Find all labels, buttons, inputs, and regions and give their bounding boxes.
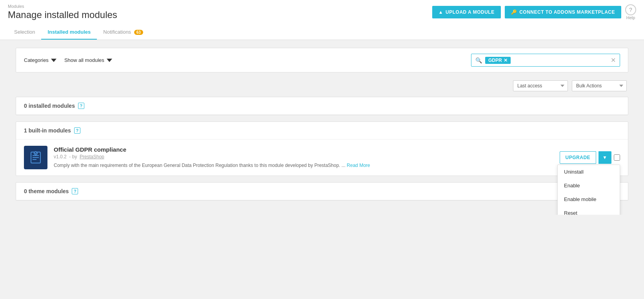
tab-notifications[interactable]: Notifications 63 [97,25,149,40]
notifications-badge: 63 [134,30,143,35]
header-top: Modules Manage installed modules ▲ UPLOA… [8,4,636,24]
built-in-modules-title: 1 built-in modules [24,127,71,134]
installed-modules-header: 0 installed modules ? [16,97,628,115]
tabs: Selection Installed modules Notification… [8,25,636,40]
bulk-actions-select[interactable]: Bulk Actions [572,80,627,91]
module-icon [24,146,47,169]
chevron-down-icon [51,58,56,63]
module-description: Comply with the main requirements of the… [54,162,553,169]
built-in-modules-header: 1 built-in modules ? [16,122,628,140]
dropdown-enable-mobile[interactable]: Enable mobile [558,192,620,206]
tab-selection[interactable]: Selection [8,25,41,40]
upgrade-button[interactable]: UPGRADE [560,151,597,164]
module-info: Official GDPR compliance v1.0.2 - by Pre… [54,146,553,169]
tab-installed-modules[interactable]: Installed modules [41,25,97,40]
module-dropdown-menu: Uninstall Enable Enable mobile Reset Con… [557,165,620,215]
svg-rect-3 [33,157,39,158]
header: Modules Manage installed modules ▲ UPLOA… [0,0,644,40]
theme-modules-header: 0 theme modules ? [16,183,628,200]
installed-modules-section: 0 installed modules ? [16,97,628,115]
title-area: Modules Manage installed modules [8,4,117,20]
module-actions: UPGRADE ▼ Uninstall Enable Enable mobile… [560,151,620,164]
installed-modules-title: 0 installed modules [24,103,75,109]
module-name: Official GDPR compliance [54,146,553,153]
arrow-down-icon: ▼ [602,155,607,160]
dropdown-reset[interactable]: Reset [558,206,620,215]
chevron-down-icon [107,58,112,63]
show-all-modules-filter[interactable]: Show all modules [64,57,112,63]
search-tag: GDPR ✕ [485,57,511,64]
svg-point-5 [34,152,37,155]
theme-modules-title: 0 theme modules [24,188,69,194]
read-more-link[interactable]: Read More [347,163,370,168]
theme-modules-help[interactable]: ? [72,188,78,194]
filters-left: Categories Show all modules [24,57,112,63]
module-author-link[interactable]: PrestaShop [80,154,104,159]
cloud-upload-icon: ▲ [438,9,443,15]
last-access-sort[interactable]: Last access [513,80,568,91]
module-row: Official GDPR compliance v1.0.2 - by Pre… [16,140,628,176]
built-in-modules-help[interactable]: ? [74,127,80,134]
module-checkbox[interactable] [614,154,620,161]
dropdown-uninstall[interactable]: Uninstall [558,165,620,179]
categories-filter[interactable]: Categories [24,57,56,63]
page-wrapper: Modules Manage installed modules ▲ UPLOA… [0,0,644,215]
sort-bar: Last access Bulk Actions [16,80,628,91]
module-version: v1.0.2 - by PrestaShop [54,154,553,159]
filters-bar: Categories Show all modules 🔍 GDPR ✕ ✕ [16,48,628,72]
upgrade-arrow-button[interactable]: ▼ [599,151,611,164]
connect-marketplace-button[interactable]: 🔑 CONNECT TO ADDONS MARKETPLACE [505,6,621,18]
search-icon: 🔍 [475,57,482,63]
dropdown-enable[interactable]: Enable [558,179,620,192]
installed-modules-help[interactable]: ? [78,103,84,109]
page-title: Manage installed modules [8,9,117,20]
search-clear-button[interactable]: ✕ [611,56,616,64]
header-buttons: ▲ UPLOAD A MODULE 🔑 CONNECT TO ADDONS MA… [432,4,636,20]
theme-modules-section: 0 theme modules ? [16,182,628,201]
upload-module-button[interactable]: ▲ UPLOAD A MODULE [432,6,501,18]
key-icon: 🔑 [511,9,517,15]
svg-rect-2 [33,155,39,156]
breadcrumb: Modules [8,4,117,9]
help-button[interactable]: ? Help [625,4,636,20]
search-bar: 🔍 GDPR ✕ ✕ [471,54,620,67]
search-tag-remove[interactable]: ✕ [504,58,508,63]
main-content: Categories Show all modules 🔍 GDPR ✕ ✕ [0,40,644,215]
svg-rect-4 [33,159,36,160]
built-in-modules-section: 1 built-in modules ? [16,121,628,176]
